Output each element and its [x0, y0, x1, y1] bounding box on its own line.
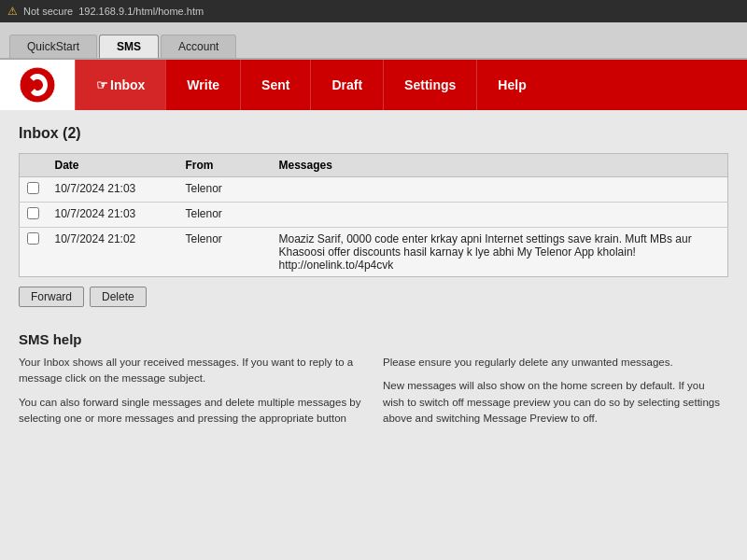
row-message — [272, 203, 728, 228]
row-from: Telenor — [178, 177, 272, 203]
security-label: Not secure — [23, 6, 73, 17]
help-col1-p1: Your Inbox shows all your received messa… — [19, 355, 364, 387]
nav-settings[interactable]: Settings — [383, 60, 476, 110]
nav-help[interactable]: Help — [476, 60, 546, 110]
help-columns: Your Inbox shows all your received messa… — [19, 355, 728, 434]
row-date: 10/7/2024 21:03 — [48, 203, 178, 228]
nav-write[interactable]: Write — [165, 60, 240, 110]
svg-point-0 — [20, 67, 55, 103]
col-header-check — [20, 154, 48, 177]
help-col2-p2: New messages will also show on the home … — [383, 378, 728, 427]
row-from: Telenor — [178, 203, 272, 228]
row-date: 10/7/2024 21:03 — [48, 177, 178, 203]
nav-sent[interactable]: Sent — [240, 60, 310, 110]
help-col2-p1: Please ensure you regularly delete any u… — [383, 355, 728, 371]
nav-inbox[interactable]: ☞ Inbox — [75, 60, 165, 110]
nav-draft[interactable]: Draft — [310, 60, 383, 110]
tab-account[interactable]: Account — [161, 35, 236, 58]
delete-button[interactable]: Delete — [90, 287, 147, 307]
url-bar: 192.168.9.1/html/home.htm — [78, 6, 204, 17]
tab-quickstart[interactable]: QuickStart — [9, 35, 97, 58]
table-row: 10/7/2024 21:02TelenorMoaziz Sarif, 0000… — [20, 228, 728, 277]
warning-icon: ⚠ — [7, 5, 18, 18]
help-col1-p2: You can also forward single messages and… — [19, 395, 364, 427]
row-from: Telenor — [178, 228, 272, 277]
row-checkbox-cell — [20, 177, 48, 203]
help-title: SMS help — [19, 331, 728, 347]
nav-logo — [0, 60, 75, 110]
col-header-from: From — [178, 154, 272, 177]
row-checkbox[interactable] — [27, 232, 39, 245]
help-col-1: Your Inbox shows all your received messa… — [19, 355, 364, 434]
tab-bar: QuickStart SMS Account — [0, 22, 747, 60]
vodafone-logo-icon — [19, 66, 56, 104]
row-message — [272, 177, 728, 203]
row-checkbox[interactable] — [27, 207, 39, 219]
main-content: ☞ Inbox Write Sent Draft Settings Help I… — [0, 60, 747, 560]
row-date: 10/7/2024 21:02 — [48, 228, 178, 277]
row-checkbox[interactable] — [27, 182, 39, 194]
help-col-2: Please ensure you regularly delete any u… — [383, 355, 728, 434]
col-header-date: Date — [48, 154, 178, 177]
cursor-icon: ☞ — [96, 77, 108, 92]
col-header-messages: Messages — [272, 154, 728, 177]
nav-links: ☞ Inbox Write Sent Draft Settings Help — [75, 60, 747, 110]
row-message: Moaziz Sarif, 0000 code enter krkay apni… — [272, 228, 728, 277]
row-checkbox-cell — [20, 228, 48, 277]
table-row: 10/7/2024 21:03Telenor — [20, 177, 728, 203]
content-area: Inbox (2) Date From Messages 10/7/2024 2… — [0, 110, 747, 458]
action-buttons: Forward Delete — [19, 287, 728, 307]
message-table: Date From Messages 10/7/2024 21:03Teleno… — [19, 153, 728, 277]
forward-button[interactable]: Forward — [19, 287, 84, 307]
row-checkbox-cell — [20, 203, 48, 228]
inbox-title: Inbox (2) — [19, 125, 728, 142]
nav-bar: ☞ Inbox Write Sent Draft Settings Help — [0, 60, 747, 110]
browser-bar: ⚠ Not secure 192.168.9.1/html/home.htm — [0, 0, 747, 22]
help-section: SMS help Your Inbox shows all your recei… — [19, 322, 728, 443]
tab-sms[interactable]: SMS — [99, 35, 159, 58]
table-row: 10/7/2024 21:03Telenor — [20, 203, 728, 228]
